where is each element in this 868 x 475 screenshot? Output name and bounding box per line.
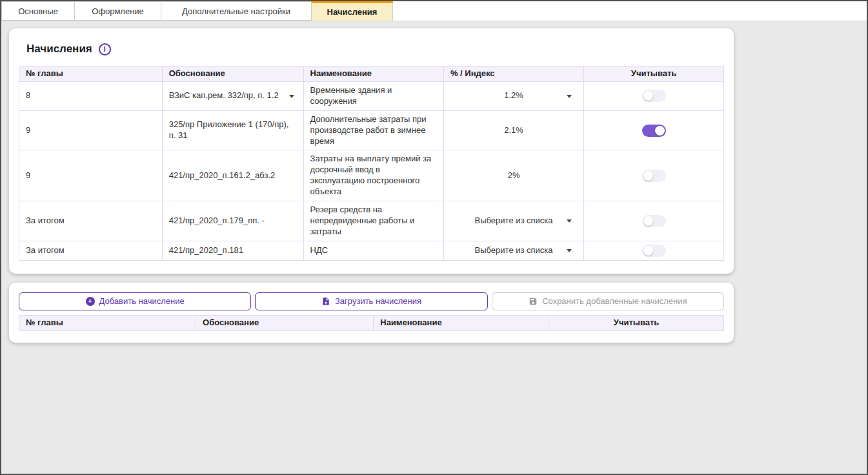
chevron-down-icon[interactable] — [567, 95, 572, 98]
page-title: Начисления — [26, 43, 92, 56]
card-title-row: Начисления i — [26, 43, 724, 56]
cell-basis[interactable]: 421/пр_2020_п.161.2_абз.2 — [162, 150, 303, 201]
col-header-index: % / Индекс — [443, 66, 583, 82]
cell-basis[interactable]: 325/пр Приложение 1 (170/пр), п. 31 — [162, 110, 303, 150]
accruals-table-header-row: № главы Обоснование Наименование % / Инд… — [19, 66, 724, 82]
cell-index[interactable]: Выберите из списка — [443, 201, 583, 241]
cell-basis[interactable]: 421/пр_2020_п.181 — [162, 241, 303, 260]
new-accruals-header-row: № главы Обоснование Наименование Учитыва… — [19, 315, 724, 330]
save-accruals-button[interactable]: Сохранить добавленные начисления — [492, 292, 724, 310]
table-row: 9 325/пр Приложение 1 (170/пр), п. 31 До… — [19, 110, 724, 150]
basis-text: 421/пр_2020_п.161.2_абз.2 — [169, 170, 276, 180]
actions-row: + Добавить начисление Загрузить начислен… — [19, 292, 724, 310]
cell-consider — [584, 150, 724, 201]
tab-bar: Основные Оформление Дополнительные настр… — [1, 1, 867, 21]
app-window: Основные Оформление Дополнительные настр… — [0, 0, 868, 475]
index-value: 2.1% — [504, 125, 523, 135]
file-upload-icon — [321, 297, 330, 306]
col-header-basis: Обоснование — [196, 315, 374, 330]
page-content: Начисления i № главы Обоснование Наимено… — [1, 21, 867, 350]
table-row: За итогом 421/пр_2020_п.181 НДС Выберите… — [19, 241, 724, 260]
index-value: 1.2% — [504, 90, 523, 100]
save-icon — [529, 297, 538, 306]
cell-chapter: 9 — [19, 150, 163, 201]
add-accrual-label: Добавить начисление — [99, 296, 185, 306]
cell-consider — [584, 82, 724, 111]
cell-consider — [584, 201, 724, 241]
cell-chapter: 8 — [19, 82, 163, 111]
cell-name: НДС — [303, 241, 443, 260]
cell-index[interactable]: 2% — [443, 150, 583, 201]
cell-index[interactable]: Выберите из списка — [443, 241, 583, 260]
consider-toggle[interactable] — [642, 125, 666, 137]
cell-chapter: За итогом — [19, 241, 163, 260]
cell-name: Затраты на выплату премий за досрочный в… — [303, 150, 443, 201]
col-header-name: Наименование — [303, 66, 443, 82]
table-row: 8 ВЗиС кап.рем. 332/пр, п. 1.2 Временные… — [19, 82, 724, 111]
chevron-down-icon[interactable] — [289, 95, 294, 98]
tab-nachisleniya[interactable]: Начисления — [311, 1, 393, 21]
cell-chapter: За итогом — [19, 201, 163, 241]
chevron-down-icon[interactable] — [567, 249, 572, 252]
col-header-chapter: № главы — [19, 315, 196, 330]
plus-icon: + — [86, 297, 95, 306]
cell-index[interactable]: 1.2% — [443, 82, 583, 111]
col-header-consider: Учитывать — [584, 66, 724, 82]
consider-toggle[interactable] — [642, 90, 666, 102]
col-header-chapter: № главы — [19, 66, 163, 82]
add-accruals-card: + Добавить начисление Загрузить начислен… — [9, 283, 734, 343]
cell-index[interactable]: 2.1% — [443, 110, 583, 150]
cell-consider — [584, 241, 724, 260]
tab-dopolnitelnye-nastroyki[interactable]: Дополнительные настройки — [161, 1, 312, 21]
basis-text: 421/пр_2020_п.179_пп. - — [169, 216, 265, 225]
accruals-card: Начисления i № главы Обоснование Наимено… — [9, 28, 734, 274]
cell-basis[interactable]: 421/пр_2020_п.179_пп. - — [162, 201, 303, 241]
col-header-consider: Учитывать — [549, 315, 724, 330]
load-accruals-label: Загрузить начисления — [335, 296, 421, 306]
consider-toggle[interactable] — [642, 170, 666, 182]
cell-consider — [584, 110, 724, 150]
col-header-name: Наименование — [374, 315, 549, 330]
consider-toggle[interactable] — [642, 245, 666, 257]
index-value: 2% — [508, 170, 520, 180]
add-accrual-button[interactable]: + Добавить начисление — [19, 292, 251, 310]
info-icon[interactable]: i — [99, 43, 111, 56]
tab-oformlenie[interactable]: Оформление — [74, 1, 161, 21]
cell-name: Резерв средств на непредвиденные работы … — [303, 201, 443, 241]
basis-text: 325/пр Приложение 1 (170/пр), п. 31 — [169, 119, 289, 140]
consider-toggle[interactable] — [642, 215, 666, 227]
table-row: 9 421/пр_2020_п.161.2_абз.2 Затраты на в… — [19, 150, 724, 201]
cell-chapter: 9 — [19, 110, 163, 150]
load-accruals-button[interactable]: Загрузить начисления — [255, 292, 487, 310]
cell-name: Дополнительные затраты при производстве … — [303, 110, 443, 150]
index-value: Выберите из списка — [475, 216, 553, 225]
chevron-down-icon[interactable] — [567, 219, 572, 223]
basis-text: 421/пр_2020_п.181 — [169, 245, 243, 255]
save-accruals-label: Сохранить добавленные начисления — [542, 296, 687, 306]
index-value: Выберите из списка — [475, 245, 553, 255]
table-row: За итогом 421/пр_2020_п.179_пп. - Резерв… — [19, 201, 724, 241]
accruals-table: № главы Обоснование Наименование % / Инд… — [19, 66, 724, 261]
tab-osnovnye[interactable]: Основные — [1, 1, 75, 21]
cell-name: Временные здания и сооружения — [303, 82, 443, 111]
col-header-basis: Обоснование — [162, 66, 303, 82]
accruals-table-body: 8 ВЗиС кап.рем. 332/пр, п. 1.2 Временные… — [19, 82, 724, 261]
basis-text: ВЗиС кап.рем. 332/пр, п. 1.2 — [169, 90, 279, 100]
new-accruals-table: № главы Обоснование Наименование Учитыва… — [19, 315, 724, 331]
cell-basis[interactable]: ВЗиС кап.рем. 332/пр, п. 1.2 — [162, 82, 303, 111]
